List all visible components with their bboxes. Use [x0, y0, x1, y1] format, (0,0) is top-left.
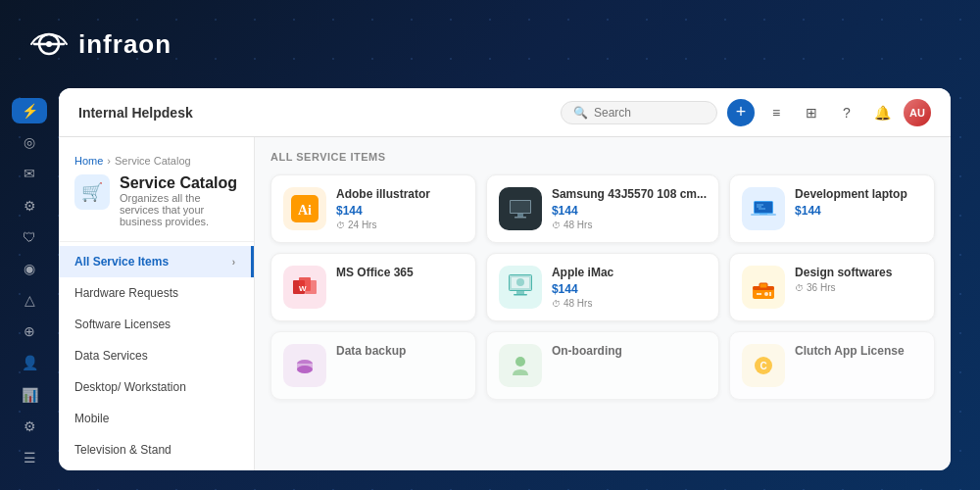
service-card-samsung-monitor[interactable]: Samsung 43J5570 108 cm... $144 ⏱ 48 Hrs — [486, 174, 719, 243]
sidebar-icon-chart[interactable]: 📊 — [12, 382, 47, 408]
office-icon: W — [283, 266, 326, 309]
nav-item-mobile[interactable]: Mobile — [59, 403, 254, 434]
list-view-button[interactable]: ≡ — [762, 99, 790, 126]
sidebar-icon-user[interactable]: 👤 — [12, 350, 47, 375]
service-time: ⏱ 36 Hrs — [795, 282, 922, 293]
service-time: ⏱ 48 Hrs — [552, 220, 707, 230]
service-info: On-boarding — [552, 344, 707, 361]
help-button[interactable]: ? — [833, 99, 860, 126]
sidebar-icon-menu[interactable]: ☰ — [12, 445, 47, 470]
service-info: Data backup — [336, 344, 464, 361]
service-card-adobe-illustrator[interactable]: Ai Adobe illustrator $144 ⏱ 24 Hrs — [270, 174, 476, 243]
nav-item-label: Desktop/ Workstation — [74, 380, 186, 394]
sidebar-icon-alert[interactable]: △ — [12, 287, 47, 313]
service-card-data-backup[interactable]: Data backup — [270, 331, 476, 400]
nav-item-data-services[interactable]: Data Services — [59, 340, 254, 371]
svg-rect-8 — [511, 201, 530, 213]
left-nav: Home › Service Catalog 🛒 Service Catalog… — [59, 137, 255, 470]
top-bar: infraon — [0, 0, 980, 88]
adobe-illustrator-icon: Ai — [283, 187, 326, 230]
breadcrumb-current: Service Catalog — [115, 155, 191, 167]
service-name: Development laptop — [795, 187, 922, 201]
service-time: ⏱ 48 Hrs — [552, 298, 707, 309]
clutch-icon: C — [742, 344, 785, 387]
svg-rect-22 — [516, 291, 524, 294]
sidebar-icon-mail[interactable]: ✉ — [12, 161, 47, 186]
service-time: ⏱ 24 Hrs — [336, 220, 464, 230]
sidebar-icon-flash[interactable]: ⚡ — [12, 98, 47, 123]
search-icon: 🔍 — [573, 106, 588, 120]
sidebar-icon-circle[interactable]: ◎ — [12, 129, 47, 155]
service-name: Samsung 43J5570 108 cm... — [552, 187, 707, 201]
sidebar-icon-gear1[interactable]: ⚙ — [12, 193, 47, 219]
app-body: Home › Service Catalog 🛒 Service Catalog… — [59, 137, 951, 470]
page-title: Service Catalog — [120, 174, 238, 192]
add-button[interactable]: + — [727, 99, 755, 126]
avatar[interactable]: AU — [904, 99, 931, 126]
sidebar-icon-shield[interactable]: 🛡 — [12, 224, 47, 250]
service-time-value: 36 Hrs — [807, 282, 835, 293]
page-title-section: 🛒 Service Catalog Organizes all the serv… — [59, 171, 254, 237]
service-name: Adobe illustrator — [336, 187, 464, 201]
breadcrumb-separator: › — [107, 155, 111, 167]
service-card-onboarding[interactable]: On-boarding — [486, 331, 719, 400]
service-card-design-softwares[interactable]: Design softwares ⏱ 36 Hrs — [729, 253, 935, 321]
svg-rect-7 — [514, 217, 526, 219]
service-info: Clutch App License — [795, 344, 922, 361]
svg-rect-28 — [760, 283, 767, 288]
sidebar-icon-dot[interactable]: ◉ — [12, 256, 47, 281]
clock-icon: ⏱ — [552, 299, 561, 309]
service-card-apple-imac[interactable]: Apple iMac $144 ⏱ 48 Hrs — [486, 253, 719, 321]
logo-text: infraon — [78, 29, 172, 60]
breadcrumb: Home › Service Catalog — [59, 147, 254, 171]
search-bar[interactable]: 🔍 — [561, 101, 717, 124]
nav-item-all-service-items[interactable]: All Service Items › — [59, 246, 254, 277]
service-card-development-laptop[interactable]: Development laptop $144 — [729, 174, 935, 243]
service-card-clutch-license[interactable]: C Clutch App License — [729, 331, 935, 400]
content-area: ALL SERVICE ITEMS Ai Adobe illustrator — [255, 137, 951, 470]
svg-point-25 — [516, 278, 524, 286]
service-time-value: 48 Hrs — [564, 220, 592, 230]
svg-point-35 — [515, 357, 525, 367]
app-header: Internal Helpdesk 🔍 + ≡ ⊞ ? 🔔 AU — [59, 88, 951, 137]
breadcrumb-home[interactable]: Home — [74, 155, 103, 167]
svg-text:W: W — [299, 284, 307, 293]
clock-icon: ⏱ — [795, 283, 804, 293]
svg-point-34 — [297, 366, 313, 373]
service-name: Data backup — [336, 344, 464, 358]
imac-icon — [499, 266, 542, 309]
svg-point-30 — [764, 292, 768, 296]
nav-item-television-stand[interactable]: Television & Stand — [59, 434, 254, 466]
calendar-button[interactable]: ⊞ — [798, 99, 825, 126]
nav-item-hardware-requests[interactable]: Hardware Requests — [59, 277, 254, 309]
sidebar-icon-gear2[interactable]: ⚙ — [12, 414, 47, 439]
notifications-button[interactable]: 🔔 — [868, 99, 896, 126]
nav-item-label: Television & Stand — [74, 443, 172, 457]
service-name: On-boarding — [552, 344, 707, 358]
sidebar-icon-layers[interactable]: ⊕ — [12, 318, 47, 344]
page-subtitle: Organizes all the services that your bus… — [120, 192, 238, 227]
service-name: Clutch App License — [795, 344, 922, 358]
search-input[interactable] — [594, 106, 705, 120]
svg-rect-18 — [305, 280, 317, 294]
service-price: $144 — [336, 204, 464, 218]
laptop-icon — [742, 187, 785, 230]
nav-item-label: Data Services — [74, 349, 148, 363]
nav-item-label: Hardware Requests — [74, 286, 178, 300]
service-card-ms-office[interactable]: W MS Office 365 — [270, 253, 476, 321]
nav-item-desktop-workstation[interactable]: Desktop/ Workstation — [59, 371, 254, 403]
catalog-icon: 🛒 — [74, 174, 110, 210]
service-info: MS Office 365 — [336, 266, 464, 282]
svg-rect-23 — [514, 294, 527, 296]
clock-icon: ⏱ — [552, 220, 561, 230]
service-price: $144 — [795, 204, 922, 218]
logo-area: infraon — [29, 24, 172, 64]
design-icon — [742, 266, 785, 309]
service-time-value: 24 Hrs — [348, 220, 376, 230]
service-price: $144 — [552, 282, 707, 296]
chevron-right-icon: › — [232, 257, 235, 268]
svg-text:Ai: Ai — [298, 203, 312, 218]
app-header-title: Internal Helpdesk — [78, 105, 551, 121]
nav-item-software-licenses[interactable]: Software Licenses — [59, 309, 254, 340]
service-name: Apple iMac — [552, 266, 707, 279]
